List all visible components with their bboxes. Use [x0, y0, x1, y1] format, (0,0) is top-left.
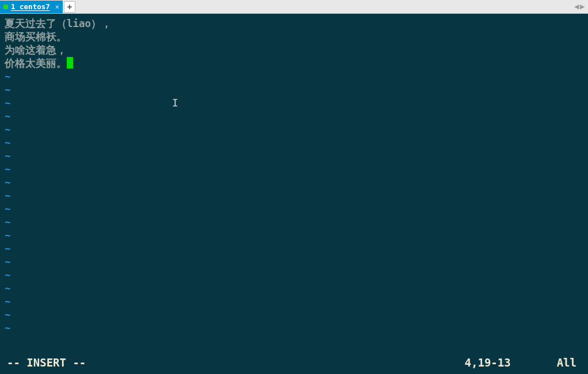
empty-line-tilde: ~	[5, 136, 583, 150]
tab-label: 1 centos7	[11, 2, 50, 11]
tab-nav-controls: ◀ ▶	[574, 3, 588, 10]
status-mode: -- INSERT --	[7, 356, 86, 369]
empty-line-tilde: ~	[5, 83, 583, 97]
empty-line-tilde: ~	[5, 282, 583, 295]
text-line: 为啥这着急，	[5, 44, 583, 57]
tab-centos7[interactable]: 1 centos7 ×	[0, 1, 63, 13]
empty-line-tilde: ~	[5, 308, 583, 322]
text-line: 夏天过去了（liao），	[5, 17, 583, 30]
next-tab-icon[interactable]: ▶	[580, 3, 585, 10]
empty-line-tilde: ~	[5, 150, 583, 163]
editor-content[interactable]: 夏天过去了（liao），商场买棉袄。为啥这着急，价格太美丽。~~~~~~~~~~…	[5, 17, 583, 356]
tab-bar: 1 centos7 × + ◀ ▶	[0, 0, 588, 14]
tab-status-indicator	[3, 5, 8, 9]
empty-line-tilde: ~	[5, 295, 583, 308]
empty-line-tilde: ~	[5, 97, 583, 110]
empty-line-tilde: ~	[5, 269, 583, 282]
empty-line-tilde: ~	[5, 203, 583, 216]
text-line: 价格太美丽。	[5, 57, 583, 70]
new-tab-button[interactable]: +	[64, 1, 75, 13]
vim-cursor	[67, 57, 73, 68]
empty-line-tilde: ~	[5, 255, 583, 269]
empty-line-tilde: ~	[5, 216, 583, 229]
empty-line-tilde: ~	[5, 189, 583, 203]
close-icon[interactable]: ×	[53, 3, 59, 11]
empty-line-tilde: ~	[5, 123, 583, 136]
prev-tab-icon[interactable]: ◀	[574, 3, 579, 10]
status-scroll: All	[557, 356, 576, 369]
empty-line-tilde: ~	[5, 110, 583, 123]
empty-line-tilde: ~	[5, 242, 583, 255]
empty-line-tilde: ~	[5, 70, 583, 83]
empty-line-tilde: ~	[5, 229, 583, 242]
status-bar: -- INSERT -- 4,19-13 All	[5, 356, 583, 374]
empty-line-tilde: ~	[5, 322, 583, 335]
text-line: 商场买棉袄。	[5, 30, 583, 44]
empty-line-tilde: ~	[5, 176, 583, 189]
terminal-editor[interactable]: 夏天过去了（liao），商场买棉袄。为啥这着急，价格太美丽。~~~~~~~~~~…	[0, 14, 588, 374]
status-position: 4,19-13	[465, 356, 511, 369]
empty-line-tilde: ~	[5, 163, 583, 176]
